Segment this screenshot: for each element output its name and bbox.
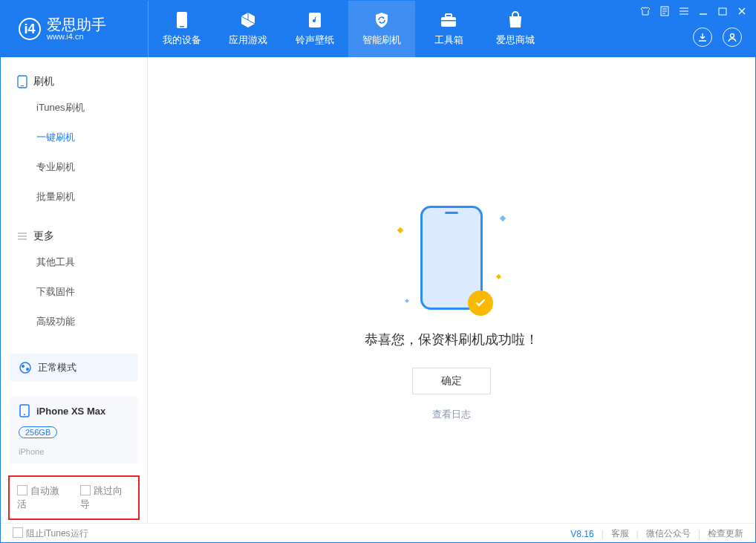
device-storage: 256GB <box>19 426 57 438</box>
success-panel: 恭喜您，保资料刷机成功啦！ 确定 查看日志 <box>148 206 755 421</box>
device-icon <box>173 11 191 29</box>
device-type: iPhone <box>19 447 44 456</box>
app-domain: www.i4.cn <box>47 32 106 41</box>
sidebar-item-pro-flash[interactable]: 专业刷机 <box>1 152 147 182</box>
download-button[interactable] <box>693 27 712 47</box>
music-file-icon <box>306 11 324 29</box>
svg-rect-1 <box>180 26 184 27</box>
mode-card[interactable]: 正常模式 <box>10 354 138 382</box>
svg-rect-4 <box>446 14 452 17</box>
sidebar-section-more: 更多 <box>1 225 147 247</box>
svg-rect-7 <box>719 8 726 15</box>
bag-icon <box>506 11 524 29</box>
svg-point-15 <box>24 414 25 415</box>
footer: 阻止iTunes运行 V8.16 | 客服 | 微信公众号 | 检查更新 <box>1 523 755 543</box>
toolbox-icon <box>440 11 457 29</box>
mode-icon <box>19 361 32 374</box>
sidebar-item-other-tools[interactable]: 其他工具 <box>1 247 147 277</box>
auto-activate-checkbox[interactable]: 自动激活 <box>17 484 68 511</box>
success-message: 恭喜您，保资料刷机成功啦！ <box>365 331 538 348</box>
svg-point-13 <box>26 368 29 371</box>
check-badge-icon <box>468 290 493 316</box>
main-content: 恭喜您，保资料刷机成功啦！ 确定 查看日志 <box>148 57 755 523</box>
options-highlight: 自动激活 跳过向导 <box>8 475 140 520</box>
list-icon <box>17 232 27 241</box>
sidebar-item-oneclick-flash[interactable]: 一键刷机 <box>1 123 147 152</box>
svg-rect-0 <box>177 12 187 28</box>
nav-toolbox[interactable]: 工具箱 <box>415 1 482 57</box>
nav-store[interactable]: 爱思商城 <box>482 1 549 57</box>
svg-rect-5 <box>441 20 456 22</box>
svg-rect-10 <box>21 85 24 86</box>
nav-flash[interactable]: 智能刷机 <box>348 1 415 57</box>
support-link[interactable]: 客服 <box>611 527 629 540</box>
skip-guide-checkbox[interactable]: 跳过向导 <box>80 484 131 511</box>
account-button[interactable] <box>723 27 742 47</box>
logo: i4 爱思助手 www.i4.cn <box>1 17 148 41</box>
note-icon[interactable] <box>659 5 671 17</box>
sidebar-item-itunes-flash[interactable]: iTunes刷机 <box>1 93 147 123</box>
sidebar-item-download-firmware[interactable]: 下载固件 <box>1 277 147 307</box>
top-nav: 我的设备 应用游戏 铃声壁纸 智能刷机 工具箱 爱思商城 <box>148 1 549 57</box>
nav-apps[interactable]: 应用游戏 <box>215 1 281 57</box>
svg-point-11 <box>20 362 30 373</box>
title-bar-controls <box>639 5 748 17</box>
sidebar-section-flash: 刷机 <box>1 71 147 93</box>
tshirt-icon[interactable] <box>639 5 651 17</box>
refresh-shield-icon <box>373 11 391 29</box>
sidebar-item-advanced[interactable]: 高级功能 <box>1 307 147 336</box>
nav-mydevice[interactable]: 我的设备 <box>148 1 215 57</box>
app-name: 爱思助手 <box>47 17 106 32</box>
device-name: iPhone XS Max <box>36 406 105 417</box>
phone-icon <box>17 75 27 88</box>
svg-rect-3 <box>441 17 456 27</box>
device-phone-icon <box>19 404 30 417</box>
view-log-link[interactable]: 查看日志 <box>432 408 471 421</box>
cube-icon <box>239 11 257 29</box>
svg-point-8 <box>731 34 734 38</box>
success-illustration <box>420 206 483 310</box>
menu-icon[interactable] <box>678 5 690 17</box>
version-label: V8.16 <box>570 529 593 539</box>
sidebar-item-batch-flash[interactable]: 批量刷机 <box>1 182 147 212</box>
maximize-icon[interactable] <box>717 5 729 17</box>
logo-icon: i4 <box>19 18 41 40</box>
close-icon[interactable] <box>736 5 748 17</box>
wechat-link[interactable]: 微信公众号 <box>646 527 691 540</box>
sidebar: 刷机 iTunes刷机 一键刷机 专业刷机 批量刷机 更多 其他工具 下载固件 … <box>1 57 148 523</box>
nav-ringtones[interactable]: 铃声壁纸 <box>281 1 348 57</box>
minimize-icon[interactable] <box>697 5 709 17</box>
check-update-link[interactable]: 检查更新 <box>708 527 743 540</box>
app-header: i4 爱思助手 www.i4.cn 我的设备 应用游戏 铃声壁纸 智能刷机 工具… <box>1 1 755 57</box>
ok-button[interactable]: 确定 <box>412 368 491 394</box>
header-right-buttons <box>693 27 742 47</box>
svg-point-12 <box>22 365 25 368</box>
device-card[interactable]: iPhone XS Max 256GB iPhone <box>10 397 138 464</box>
block-itunes-checkbox[interactable]: 阻止iTunes运行 <box>13 527 88 540</box>
